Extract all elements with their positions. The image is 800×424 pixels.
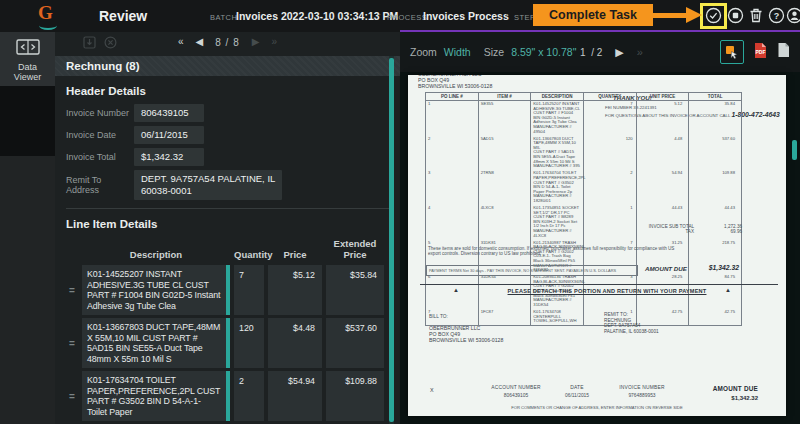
data-panel: « ◀ 8 / 8 ▶ » Rechnung (8) Header Detail… xyxy=(55,32,400,424)
delete-icon[interactable] xyxy=(748,7,765,24)
field-value-line: DEPT. 9A757A54 PALATINE, IL xyxy=(141,173,275,185)
amount-due-label: AMOUNT DUE xyxy=(645,265,687,272)
drag-handle-icon[interactable]: = xyxy=(66,338,78,349)
document-table-row: 71FC87K01-17634708 CENTERPULL TOWEL,SOFP… xyxy=(426,309,742,326)
page-title: Review xyxy=(99,8,147,24)
capture-pointer-icon xyxy=(725,45,739,59)
document-class-header[interactable]: Rechnung (8) xyxy=(55,56,400,76)
document-canvas[interactable]: OBERBRUNNER ACH LLCPO BOX Q49BROWNSVILLE… xyxy=(400,72,800,424)
document-table-row: 32TRN8K01-17634704 TOILET PAPER,PREFEREN… xyxy=(426,170,742,205)
panel-scrollbar[interactable] xyxy=(389,56,394,424)
po-line-cell: 1 xyxy=(426,101,479,136)
address-line: BROWNSVILLE WI 53006-0128 xyxy=(418,83,492,89)
field-value-box[interactable]: 06/11/2015 xyxy=(134,126,204,144)
process-label: PROCESS xyxy=(387,13,427,22)
viewer-scrollbar[interactable] xyxy=(792,72,798,424)
first-record-button[interactable]: « xyxy=(178,35,184,49)
invoice-page[interactable]: OBERBRUNNER ACH LLCPO BOX Q49BROWNSVILLE… xyxy=(408,75,786,416)
field-status-bar xyxy=(226,265,230,315)
last-record-button[interactable]: » xyxy=(271,35,277,49)
zoom-mode-select[interactable]: Width xyxy=(444,46,471,58)
app-logo[interactable]: G xyxy=(38,2,62,30)
next-page-button[interactable]: ▶ xyxy=(615,45,623,59)
line-item-row[interactable]: =K01-17634704 TOILET PAPER,PREFERENCE,2P… xyxy=(66,371,400,421)
page-indicator: 1 / 2 xyxy=(580,47,602,58)
zoom-label: Zoom xyxy=(410,46,437,58)
line-item-extended[interactable]: $537.60 xyxy=(326,318,384,368)
field-status-bar xyxy=(226,318,230,368)
document-table-row: 25AD15K01-13667803 DUCT TAPE,48MM X 55M,… xyxy=(426,136,742,171)
panel-scrollbar-thumb[interactable] xyxy=(389,58,394,422)
sidebar-item-data-viewer[interactable]: Data Viewer xyxy=(0,32,55,86)
total-cell: 537.60 xyxy=(689,136,742,171)
drag-handle-icon[interactable]: = xyxy=(66,285,78,296)
separator-dot: · xyxy=(505,9,508,20)
field-value-box[interactable]: DEPT. 9A757A54 PALATINE, IL60038-0001 xyxy=(134,170,282,200)
address-line: PALATINE, IL 60038-0001 xyxy=(604,329,659,334)
description-text: K01-14525207 INSTANT ADHESIVE.3G TUBE CL… xyxy=(87,269,220,311)
stub-date: DATE 06/11/2015 xyxy=(554,385,600,398)
line-item-description[interactable]: K01-17634704 TOILET PAPER,PREFERENCE,2PL… xyxy=(82,371,230,421)
description-line: MANUFACTURER # 395 xyxy=(533,164,581,169)
description-line: K01-13667803 DUCT TAPE,48MM X 55M,10 MIL xyxy=(533,137,581,151)
document-icon xyxy=(777,42,790,58)
line-items-column-header: Quantity xyxy=(234,249,264,260)
panel-toolbar: « ◀ 8 / 8 ▶ » xyxy=(55,32,400,54)
batch-label: BATCH xyxy=(210,13,237,22)
line-items-column-header: Description xyxy=(82,249,230,260)
size-value[interactable]: 8.59" x 10.78" xyxy=(511,46,576,58)
line-item-price[interactable]: $5.12 xyxy=(268,265,322,315)
topbar: G Review BATCH Invoices 2022-03-10 03:34… xyxy=(0,0,800,32)
sidebar-item-label: Data Viewer xyxy=(0,62,55,82)
line-item-row[interactable]: =K01-14525207 INSTANT ADHESIVE.3G TUBE C… xyxy=(66,265,400,315)
capture-pointer-tool[interactable] xyxy=(720,40,744,64)
document-table-column: TOTAL xyxy=(689,93,742,101)
invoice-totals: INVOICE SUB TOTAL1,272.36 TAX69.96 xyxy=(425,224,742,235)
remit-to-label: REMIT TO: xyxy=(604,312,628,317)
line-item-row[interactable]: =K01-13667803 DUCT TAPE,48MM X 55M,10 MI… xyxy=(66,318,400,368)
separator-dot: · xyxy=(378,9,381,20)
prev-record-button[interactable]: ◀ xyxy=(196,35,204,49)
svg-text:PDF: PDF xyxy=(756,49,766,55)
quantity-cell: 120 xyxy=(583,136,636,171)
last-page-button[interactable]: » xyxy=(637,45,643,59)
unit-price-cell: 54.94 xyxy=(636,170,689,205)
app-window: G Review BATCH Invoices 2022-03-10 03:34… xyxy=(0,0,800,424)
header-field: Remit To AddressDEPT. 9A757A54 PALATINE,… xyxy=(66,170,400,200)
document-table-header: PO LINE #ITEM #DESCRIPTIONQUANTITYUNIT P… xyxy=(426,93,742,101)
logo-letter: G xyxy=(38,2,53,23)
export-document-button[interactable] xyxy=(777,42,790,62)
document-table-column: DESCRIPTION xyxy=(531,93,584,101)
detach-divider xyxy=(420,284,778,285)
field-value-box[interactable]: $1,342.32 xyxy=(134,148,204,166)
drag-handle-icon[interactable]: = xyxy=(66,391,78,402)
line-item-quantity[interactable]: 7 xyxy=(234,265,264,315)
line-item-description[interactable]: K01-13667803 DUCT TAPE,48MM X 55M,10 MIL… xyxy=(82,318,230,368)
description-cell: K01-13667803 DUCT TAPE,48MM X 55M,10 MIL… xyxy=(531,136,584,171)
stub-amount-due: AMOUNT DUE $1,342.32 xyxy=(694,385,758,401)
payment-terms: PAYMENT TERMS Net 30 days - PAY THIS INV… xyxy=(426,265,638,276)
next-record-button[interactable]: ▶ xyxy=(252,35,260,49)
viewer-scrollbar-thumb[interactable] xyxy=(792,140,797,160)
help-icon[interactable]: ? xyxy=(768,7,785,24)
complete-task-callout: Complete Task xyxy=(533,4,653,26)
line-item-extended[interactable]: $109.88 xyxy=(326,371,384,421)
field-value-box[interactable]: 806439105 xyxy=(134,104,204,122)
po-line-cell: 2 xyxy=(426,136,479,171)
svg-text:?: ? xyxy=(774,11,780,21)
line-item-price[interactable]: $54.94 xyxy=(268,371,322,421)
description-line: MANUFACTURER # 31DK54 xyxy=(533,298,581,307)
account-icon[interactable] xyxy=(786,7,800,24)
line-item-extended[interactable]: $35.84 xyxy=(326,265,384,315)
header-field: Invoice Date06/11/2015 xyxy=(66,126,400,144)
detach-triangle-left: ▲ xyxy=(453,287,459,293)
line-item-description[interactable]: K01-14525207 INSTANT ADHESIVE.3G TUBE CL… xyxy=(82,265,230,315)
batch-value: Invoices 2022-03-10 03:34:13 PM xyxy=(236,10,398,22)
export-pdf-button[interactable]: PDF xyxy=(753,42,768,63)
description-line: K01-17634708 CENTERPULL TOWEL,SOFPULL,WH xyxy=(533,310,581,324)
stop-task-icon[interactable] xyxy=(727,7,744,24)
record-pager: 8 / 8 xyxy=(215,37,239,48)
line-item-quantity[interactable]: 120 xyxy=(234,318,264,368)
line-item-price[interactable]: $4.48 xyxy=(268,318,322,368)
line-item-quantity[interactable]: 2 xyxy=(234,371,264,421)
